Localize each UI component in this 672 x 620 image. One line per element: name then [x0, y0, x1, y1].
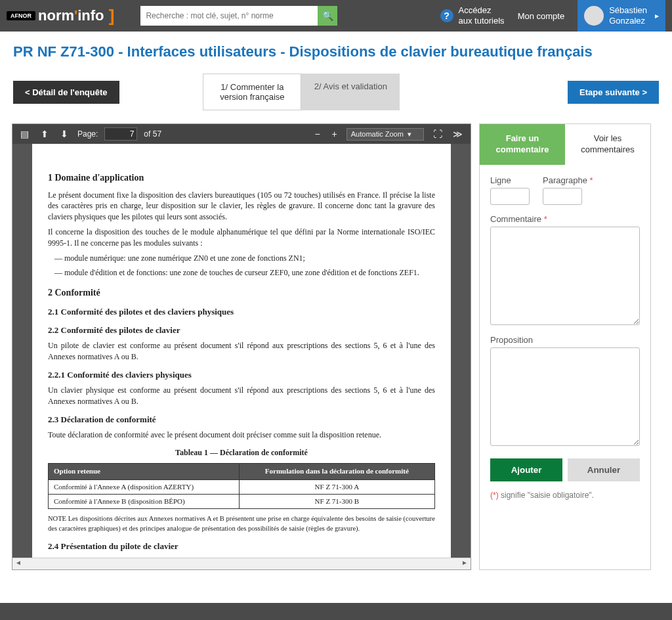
pdf-viewer: ▤ ⬆ ⬇ Page: of 57 − + Automatic Zoom ▾ ⛶… [12, 123, 471, 570]
label-proposition: Proposition [490, 335, 640, 345]
page-number-input[interactable] [104, 127, 137, 141]
logo[interactable]: AFNOR norm'info ] [7, 6, 114, 26]
doc-p: Un clavier physique est conforme au prés… [48, 385, 435, 407]
search-wrap: 🔍 [140, 6, 337, 26]
subheader: < Détail de l'enquête 1/ Commenter la ve… [0, 67, 672, 123]
logo-afnor-badge: AFNOR [7, 11, 35, 20]
doc-p: Il concerne la disposition des touches d… [48, 227, 435, 249]
doc-note: NOTE Les dispositions décrites aux Annex… [48, 514, 435, 533]
account-link[interactable]: Mon compte [518, 11, 565, 21]
tab-view-comments[interactable]: Voir les commentaires [565, 124, 650, 165]
logo-bracket-icon: ] [104, 6, 115, 26]
header-bar: AFNOR norm'info ] 🔍 ? Accédez aux tutori… [0, 0, 672, 32]
logo-text: norm'info [38, 7, 104, 24]
side-tabs: Faire un commentaire Voir les commentair… [480, 124, 650, 165]
tools-icon[interactable]: ≫ [450, 129, 465, 139]
footer-bar [0, 603, 672, 620]
tab-comment-fr[interactable]: 1/ Commenter la version française [203, 74, 301, 110]
fullscreen-icon[interactable]: ⛶ [430, 129, 445, 139]
table-row: Conformité à l'Annexe A (disposition AZE… [49, 479, 435, 494]
back-button[interactable]: < Détail de l'enquête [13, 81, 119, 104]
doc-h21: 2.1 Conformité des pilotes et des clavie… [48, 306, 435, 318]
comment-panel: Faire un commentaire Voir les commentair… [479, 123, 651, 570]
paragraphe-input[interactable] [543, 188, 582, 205]
sidebar-toggle-icon[interactable]: ▤ [18, 129, 32, 139]
doc-h2: 2 Conformité [48, 286, 435, 299]
next-step-button[interactable]: Etape suivante > [568, 81, 659, 104]
page-label: Page: [77, 129, 98, 139]
doc-p: Un pilote de clavier est conforme au pré… [48, 340, 435, 363]
zoom-in-icon[interactable]: + [329, 129, 340, 139]
avatar [584, 6, 604, 26]
user-name: SébastienGonzalez [609, 5, 647, 26]
page-up-icon[interactable]: ⬆ [38, 129, 51, 139]
chevron-down-icon: ▸ [655, 11, 659, 20]
tab-avis-validation[interactable]: 2/ Avis et validation [301, 74, 400, 110]
th: Formulation dans la déclaration de confo… [239, 464, 434, 479]
required-note: (*) signifie "saisie obligatoire". [490, 491, 640, 500]
zoom-select[interactable]: Automatic Zoom ▾ [346, 128, 424, 141]
comment-form: Ligne Paragraphe * Commentaire * Proposi… [480, 165, 650, 510]
commentaire-textarea[interactable] [490, 227, 640, 325]
tab-make-comment[interactable]: Faire un commentaire [480, 124, 565, 165]
label-paragraphe: Paragraphe * [543, 175, 593, 185]
conformity-table: Option retenueFormulation dans la déclar… [48, 463, 435, 509]
search-button[interactable]: 🔍 [318, 6, 337, 26]
doc-h23: 2.3 Déclaration de conformité [48, 414, 435, 426]
table-caption: Tableau 1 — Déclaration de conformité [48, 447, 435, 458]
title-bar: PR NF Z71-300 - Interfaces utilisateurs … [0, 32, 672, 67]
doc-p: Toute déclaration de conformité avec le … [48, 430, 435, 441]
doc-h24: 2.4 Présentation du pilote de clavier [48, 541, 435, 552]
search-icon: 🔍 [322, 11, 333, 21]
help-icon: ? [440, 9, 453, 22]
tutorials-link[interactable]: ? Accédez aux tutoriels [440, 5, 505, 26]
label-ligne: Ligne [490, 175, 530, 185]
doc-p: Le présent document fixe la disposition … [48, 190, 435, 223]
doc-h221: 2.2.1 Conformité des claviers physiques [48, 369, 435, 381]
search-input[interactable] [140, 6, 318, 26]
page-down-icon[interactable]: ⬇ [58, 129, 71, 139]
doc-page: 1 Domaine d'application Le présent docum… [32, 144, 451, 558]
user-chip[interactable]: SébastienGonzalez ▸ [578, 0, 665, 32]
page-title: PR NF Z71-300 - Interfaces utilisateurs … [13, 43, 659, 60]
page-total: of 57 [144, 129, 161, 139]
doc-h22: 2.2 Conformité des pilotes de clavier [48, 324, 435, 336]
doc-li: — module numérique: une zone numérique Z… [54, 253, 435, 264]
doc-li: — module d'édition et de fonctions: une … [54, 267, 435, 278]
cancel-button[interactable]: Annuler [568, 458, 640, 481]
pdf-body[interactable]: 1 Domaine d'application Le présent docum… [12, 144, 471, 558]
doc-h1: 1 Domaine d'application [48, 171, 435, 185]
add-button[interactable]: Ajouter [490, 458, 562, 481]
zoom-out-icon[interactable]: − [312, 129, 322, 139]
ligne-input[interactable] [490, 188, 530, 205]
table-row: Conformité à l'Annexe B (disposition BÉP… [49, 495, 435, 509]
proposition-textarea[interactable] [490, 347, 640, 446]
horizontal-scrollbar[interactable] [12, 558, 471, 569]
pdf-toolbar: ▤ ⬆ ⬇ Page: of 57 − + Automatic Zoom ▾ ⛶… [12, 124, 471, 144]
label-commentaire: Commentaire * [490, 214, 640, 224]
th: Option retenue [49, 464, 240, 479]
step-tabs: 1/ Commenter la version française 2/ Avi… [203, 74, 400, 110]
